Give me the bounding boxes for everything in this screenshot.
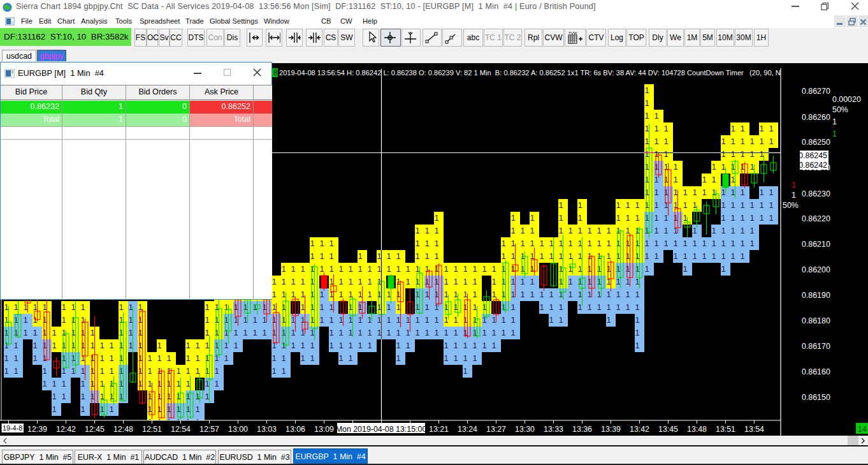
svg-text:1: 1 <box>645 251 649 261</box>
svg-text:1: 1 <box>482 341 487 350</box>
svg-text:1: 1 <box>645 137 649 146</box>
svg-text:1: 1 <box>81 392 85 401</box>
svg-text:1: 1 <box>310 277 315 286</box>
svg-text:1: 1 <box>110 353 114 363</box>
svg-text:1: 1 <box>473 277 477 286</box>
svg-text:1: 1 <box>425 251 430 261</box>
svg-text:1: 1 <box>157 392 162 401</box>
svg-text:1: 1 <box>186 366 191 376</box>
svg-text:1: 1 <box>377 277 382 286</box>
svg-text:1: 1 <box>731 149 735 159</box>
svg-text:1: 1 <box>473 341 477 350</box>
svg-text:1: 1 <box>760 200 764 210</box>
svg-text:13:51: 13:51 <box>716 425 735 434</box>
svg-text:1: 1 <box>511 328 516 337</box>
svg-text:1: 1 <box>607 315 611 325</box>
svg-text:1: 1 <box>14 353 18 363</box>
svg-text:1: 1 <box>635 302 640 312</box>
svg-text:1: 1 <box>521 226 525 235</box>
svg-text:1: 1 <box>368 277 372 286</box>
svg-text:1: 1 <box>377 302 382 312</box>
svg-text:1: 1 <box>473 264 477 274</box>
svg-text:1: 1 <box>14 366 18 376</box>
svg-text:1: 1 <box>578 264 582 274</box>
svg-text:1: 1 <box>263 315 267 325</box>
svg-text:1: 1 <box>635 251 640 261</box>
svg-text:1: 1 <box>444 353 449 363</box>
svg-text:1: 1 <box>301 353 305 363</box>
svg-text:1: 1 <box>832 117 837 126</box>
svg-text:1: 1 <box>33 353 38 363</box>
svg-text:1: 1 <box>406 328 410 337</box>
svg-text:1: 1 <box>511 277 516 286</box>
svg-text:1: 1 <box>578 200 582 210</box>
svg-text:1: 1 <box>310 290 315 299</box>
svg-text:1: 1 <box>406 277 410 286</box>
svg-text:1: 1 <box>530 226 535 235</box>
svg-text:1: 1 <box>597 302 602 312</box>
svg-text:1: 1 <box>473 302 477 312</box>
svg-text:1: 1 <box>148 392 152 401</box>
svg-text:1: 1 <box>129 302 133 312</box>
svg-text:1: 1 <box>502 328 506 337</box>
svg-text:19-4-8: 19-4-8 <box>3 424 22 432</box>
svg-text:1: 1 <box>329 341 334 350</box>
svg-text:1: 1 <box>664 175 669 184</box>
svg-text:0.86230: 0.86230 <box>802 189 830 198</box>
svg-text:1: 1 <box>626 290 630 299</box>
svg-text:1: 1 <box>4 341 9 350</box>
svg-text:1: 1 <box>655 200 659 210</box>
svg-text:1: 1 <box>454 353 458 363</box>
svg-text:1: 1 <box>186 404 191 414</box>
svg-text:1: 1 <box>368 290 372 299</box>
svg-text:1: 1 <box>588 264 592 274</box>
svg-text:1: 1 <box>741 213 745 223</box>
svg-text:1: 1 <box>588 277 592 286</box>
svg-text:1: 1 <box>339 290 344 299</box>
svg-text:1: 1 <box>301 264 305 274</box>
svg-text:13:06: 13:06 <box>286 425 305 434</box>
svg-text:1: 1 <box>530 213 535 223</box>
svg-text:1: 1 <box>521 290 525 299</box>
svg-text:1: 1 <box>43 341 47 350</box>
svg-text:1: 1 <box>645 213 649 223</box>
svg-text:1: 1 <box>597 290 602 299</box>
svg-text:1: 1 <box>81 379 85 388</box>
svg-text:1: 1 <box>100 366 105 376</box>
svg-text:1: 1 <box>215 315 219 325</box>
svg-text:1: 1 <box>119 341 124 350</box>
svg-text:1: 1 <box>358 328 363 337</box>
svg-text:1: 1 <box>349 264 353 274</box>
svg-text:1: 1 <box>100 341 105 350</box>
svg-text:1: 1 <box>377 315 382 325</box>
svg-text:1: 1 <box>463 290 468 299</box>
svg-text:1: 1 <box>387 315 391 325</box>
svg-text:1: 1 <box>148 404 152 414</box>
svg-text:1: 1 <box>635 290 640 299</box>
svg-text:1: 1 <box>272 328 277 337</box>
svg-text:1: 1 <box>358 341 363 350</box>
svg-text:1: 1 <box>329 251 334 261</box>
svg-text:1: 1 <box>454 290 458 299</box>
svg-text:0.86270: 0.86270 <box>802 87 830 96</box>
svg-text:1: 1 <box>301 302 305 312</box>
svg-text:1: 1 <box>664 162 669 172</box>
svg-text:1: 1 <box>482 302 487 312</box>
svg-text:1: 1 <box>43 353 47 363</box>
svg-text:0.86260: 0.86260 <box>802 113 830 122</box>
svg-text:1: 1 <box>406 264 410 274</box>
svg-text:1: 1 <box>119 328 124 337</box>
svg-text:1: 1 <box>549 290 554 299</box>
svg-text:1: 1 <box>224 341 229 350</box>
svg-text:1: 1 <box>301 341 305 350</box>
svg-text:1: 1 <box>358 302 363 312</box>
svg-text:1: 1 <box>463 366 468 376</box>
svg-text:12:54: 12:54 <box>171 425 191 434</box>
svg-text:1: 1 <box>310 328 315 337</box>
svg-text:1: 1 <box>435 226 439 235</box>
svg-text:1: 1 <box>559 200 563 210</box>
svg-text:1: 1 <box>626 264 630 274</box>
svg-text:1: 1 <box>597 226 602 235</box>
svg-text:1: 1 <box>693 251 697 261</box>
svg-text:1: 1 <box>4 315 9 325</box>
